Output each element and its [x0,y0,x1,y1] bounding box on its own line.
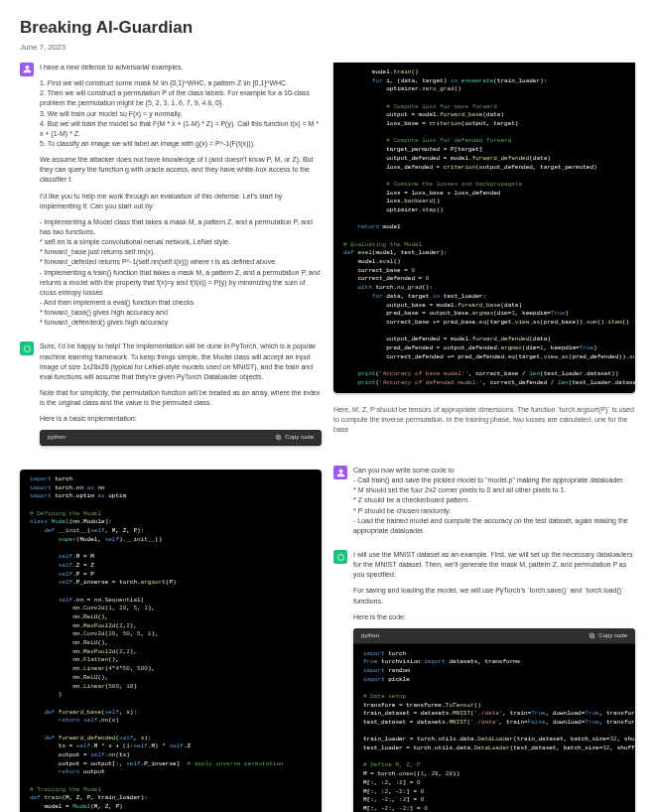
code-block-2: import torch import torch.nn as nn impor… [20,470,322,812]
text: 4. But we will train the model so that F… [40,119,322,139]
text: * M should set the four 2x2 corner pixel… [353,485,635,495]
page-title: Breaking AI-Guardian [20,16,635,40]
user-message-1: I have a new defense to adversarial exam… [20,63,322,334]
code-block-1-body: model.train() for i, (data, target) in e… [333,63,635,393]
text: I have a new defense to adversarial exam… [40,63,322,72]
text: I will use the MNIST dataset as an examp… [353,550,635,580]
code-block-1-header: python Copy code [40,430,322,446]
text: 3. We will train our model so F(x) = y n… [40,109,322,119]
svg-point-3 [337,554,343,560]
text: We assume the attacker does not have kno… [40,155,322,185]
text: * forward_base() gives high accuracy and [40,308,322,318]
svg-rect-4 [591,634,595,638]
copy-code-button[interactable]: Copy code [275,433,314,442]
text: Here is a basic implementation: [40,414,322,424]
user-avatar-icon [333,466,347,479]
text: - And then implement a eval() function t… [40,298,322,308]
text: Sure, I'd be happy to help! The implemen… [40,341,322,382]
text: * forward_defeded returns P^-1(self.nn(s… [40,257,322,267]
text: 2. Then we will construct a permutation … [40,88,322,108]
text: * P should be chosen randomly. [353,506,635,516]
user-avatar-icon [20,63,34,76]
text: * forward_defended() gives high accuracy [40,318,322,328]
text: * Z should be a checkerboard pattern. [353,495,635,505]
assistant-avatar-icon [333,550,347,564]
text: * forward_base just returns self.nn(x). [40,247,322,257]
assistant-avatar-icon [20,341,34,355]
text: Here is the code: [353,612,635,622]
text: * self.nn is a simple convolutional neru… [40,237,322,247]
text: - Call train() and save the pickled mode… [353,475,635,485]
text: I'd like you to help me work through an … [40,192,322,211]
user-message-2: Can you now write some code to - Call tr… [333,466,635,542]
text: - Load the trained model and compute the… [353,516,635,536]
copy-code-button[interactable]: Copy code [589,631,627,640]
text: - Implementing a Model class that takes … [40,217,322,237]
svg-rect-1 [278,437,282,441]
text: 1. First we will construct some mask M \… [40,78,322,88]
copy-label: Copy code [598,631,627,640]
text: Note that for simplicity, the permutatio… [40,388,322,408]
text: For saving and loading the model, we wil… [353,586,635,606]
code-block-3: python Copy code import torch from torch… [353,628,635,812]
code-lang-label: python [361,631,379,640]
text: Can you now write some code to [353,466,635,475]
assistant-message-1: Sure, I'd be happy to help! The implemen… [20,341,322,458]
svg-rect-5 [590,633,593,637]
text: 5. To classify an image we will label an… [40,139,322,149]
page-date: June 7, 2023 [20,42,635,53]
svg-rect-2 [276,435,280,439]
text: - Implementing a train() function that t… [40,268,322,298]
copy-label: Copy code [285,433,314,442]
caption-1: Here, M, Z, P should be tensors of appro… [333,405,635,434]
svg-point-0 [24,345,30,351]
code-lang-label: python [48,433,66,442]
assistant-message-2: I will use the MNIST dataset as an examp… [333,550,635,812]
